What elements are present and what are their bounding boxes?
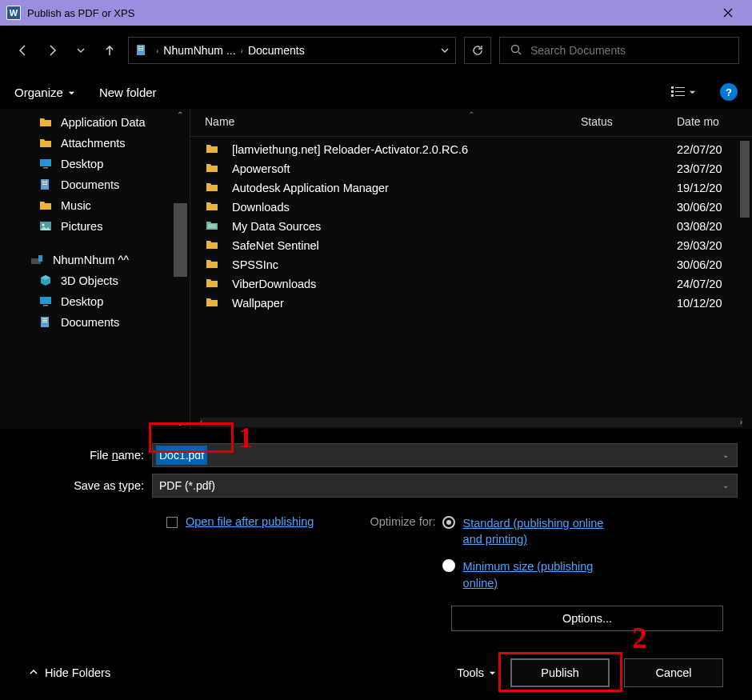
file-date: 22/07/20 bbox=[677, 143, 738, 156]
file-area: ⌃ Name Status Date mo [lamviethung.net] … bbox=[190, 109, 752, 429]
organize-button[interactable]: Organize bbox=[14, 86, 75, 99]
file-row[interactable]: ViberDownloads24/07/20 bbox=[205, 274, 738, 294]
filename-combo[interactable]: Doc1.pdf ⌄ bbox=[152, 443, 738, 467]
file-name: ViberDownloads bbox=[232, 278, 581, 290]
saveastype-value: PDF (*.pdf) bbox=[159, 479, 215, 492]
organize-label: Organize bbox=[14, 86, 63, 99]
dialog-footer: Hide Folders Tools Publish Cancel bbox=[14, 631, 738, 687]
chevron-right-icon[interactable]: › bbox=[156, 46, 158, 55]
sidebar-item-pc[interactable]: NhumNhum ^^ bbox=[0, 250, 190, 270]
sidebar-item-label: Attachments bbox=[61, 137, 126, 150]
file-row[interactable]: Downloads30/06/20 bbox=[205, 198, 738, 217]
file-row[interactable]: SPSSInc30/06/20 bbox=[205, 255, 738, 274]
refresh-button[interactable] bbox=[464, 37, 491, 64]
breadcrumb-seg[interactable]: Documents bbox=[248, 44, 305, 57]
sidebar-item[interactable]: Documents bbox=[0, 312, 190, 333]
scroll-left-icon[interactable]: ‹ bbox=[200, 418, 202, 426]
file-name: Autodesk Application Manager bbox=[232, 182, 581, 194]
close-button[interactable] bbox=[710, 0, 746, 26]
file-row[interactable]: Apowersoft23/07/20 bbox=[205, 159, 738, 178]
column-status[interactable]: Status bbox=[581, 115, 677, 128]
chevron-down-icon[interactable]: ⌄ bbox=[722, 450, 729, 459]
optimize-minimum-label[interactable]: Minimum size (publishing online) bbox=[463, 558, 623, 591]
file-date: 24/07/20 bbox=[677, 278, 738, 290]
sidebar: ⌃ ⌄ Application DataAttachmentsDesktopDo… bbox=[0, 109, 190, 429]
file-date: 29/03/20 bbox=[677, 239, 738, 252]
folder-icon bbox=[38, 137, 53, 150]
document-icon bbox=[38, 316, 53, 329]
tools-label: Tools bbox=[457, 666, 484, 679]
file-row[interactable]: Autodesk Application Manager19/12/20 bbox=[205, 178, 738, 198]
sidebar-item[interactable]: Attachments bbox=[0, 133, 190, 154]
sidebar-item-label: NhumNhum ^^ bbox=[53, 254, 129, 266]
optimize-minimum-radio[interactable] bbox=[442, 559, 455, 572]
new-folder-button[interactable]: New folder bbox=[99, 86, 157, 99]
filearea-hscroll[interactable]: ‹ › bbox=[200, 418, 742, 427]
saveastype-combo[interactable]: PDF (*.pdf) ⌄ bbox=[152, 474, 738, 498]
breadcrumb[interactable]: › NhumNhum ... › Documents bbox=[128, 37, 456, 64]
sidebar-item[interactable]: Desktop bbox=[0, 154, 190, 174]
toolbar: Organize New folder ? bbox=[0, 75, 752, 109]
chevron-down-icon bbox=[689, 86, 696, 98]
folder-icon bbox=[205, 258, 221, 272]
back-button[interactable] bbox=[13, 40, 34, 61]
forward-button[interactable] bbox=[42, 40, 62, 61]
chevron-down-icon[interactable]: ⌄ bbox=[722, 481, 729, 490]
file-date: 30/06/20 bbox=[677, 201, 738, 214]
scroll-right-icon[interactable]: › bbox=[740, 418, 742, 426]
file-date: 23/07/20 bbox=[677, 162, 738, 175]
column-name[interactable]: Name bbox=[205, 115, 581, 128]
folder-icon bbox=[205, 200, 221, 214]
file-name: [lamviethung.net] Reloader-Activator.2.0… bbox=[232, 143, 581, 156]
sidebar-item[interactable]: 3D Objects bbox=[0, 270, 190, 291]
chevron-up-icon bbox=[29, 666, 38, 679]
filename-value[interactable]: Doc1.pdf bbox=[156, 446, 207, 465]
file-row[interactable]: Wallpaper10/12/20 bbox=[205, 294, 738, 313]
optimize-standard-radio[interactable] bbox=[442, 516, 455, 529]
chevron-down-icon[interactable] bbox=[441, 44, 449, 57]
hide-folders-label: Hide Folders bbox=[45, 666, 110, 679]
up-button[interactable] bbox=[99, 40, 120, 61]
help-button[interactable]: ? bbox=[720, 83, 738, 101]
scroll-down-icon[interactable]: ⌄ bbox=[177, 418, 183, 427]
filearea-scrollbar[interactable] bbox=[740, 141, 750, 218]
hide-folders-button[interactable]: Hide Folders bbox=[29, 666, 110, 679]
sidebar-scrollbar[interactable] bbox=[174, 203, 187, 277]
sidebar-item[interactable]: Music bbox=[0, 195, 190, 216]
search-icon bbox=[510, 43, 522, 58]
chevron-right-icon[interactable]: › bbox=[241, 46, 243, 55]
svg-rect-15 bbox=[671, 86, 674, 89]
sidebar-item[interactable]: Documents bbox=[0, 174, 190, 195]
search-input[interactable] bbox=[530, 44, 729, 57]
sidebar-item[interactable]: Desktop bbox=[0, 291, 190, 312]
column-date[interactable]: Date mo bbox=[677, 115, 738, 128]
view-button[interactable] bbox=[671, 86, 696, 98]
optimize-standard-label[interactable]: Standard (publishing online and printing… bbox=[463, 515, 623, 548]
file-row[interactable]: [lamviethung.net] Reloader-Activator.2.0… bbox=[205, 140, 738, 159]
titlebar: Publish as PDF or XPS bbox=[0, 0, 752, 26]
file-date: 19/12/20 bbox=[677, 182, 738, 194]
sidebar-item-label: Application Data bbox=[61, 116, 146, 129]
sidebar-item[interactable]: Application Data bbox=[0, 112, 190, 133]
word-icon bbox=[6, 6, 21, 20]
breadcrumb-seg[interactable]: NhumNhum ... bbox=[163, 44, 235, 57]
open-after-checkbox[interactable] bbox=[166, 517, 178, 528]
datasources-icon bbox=[205, 219, 221, 234]
folder-icon bbox=[205, 142, 221, 157]
search-box[interactable] bbox=[499, 37, 739, 64]
sidebar-item[interactable]: Pictures bbox=[0, 216, 190, 237]
cancel-button[interactable]: Cancel bbox=[624, 658, 723, 687]
tools-button[interactable]: Tools bbox=[457, 666, 496, 679]
scroll-up-icon[interactable]: ⌃ bbox=[177, 110, 183, 119]
open-after-label[interactable]: Open file after publishing bbox=[186, 515, 314, 528]
sort-indicator-icon: ⌃ bbox=[468, 110, 474, 119]
publish-button[interactable]: Publish bbox=[510, 658, 610, 687]
recent-dropdown-icon[interactable] bbox=[70, 40, 91, 61]
file-row[interactable]: SafeNet Sentinel29/03/20 bbox=[205, 236, 738, 255]
svg-rect-16 bbox=[675, 87, 685, 88]
folder-icon bbox=[205, 181, 221, 195]
file-row[interactable]: My Data Sources03/08/20 bbox=[205, 217, 738, 236]
desktop-icon bbox=[38, 295, 53, 308]
sidebar-item-label: Music bbox=[61, 199, 91, 212]
options-button[interactable]: Options... bbox=[451, 606, 723, 631]
